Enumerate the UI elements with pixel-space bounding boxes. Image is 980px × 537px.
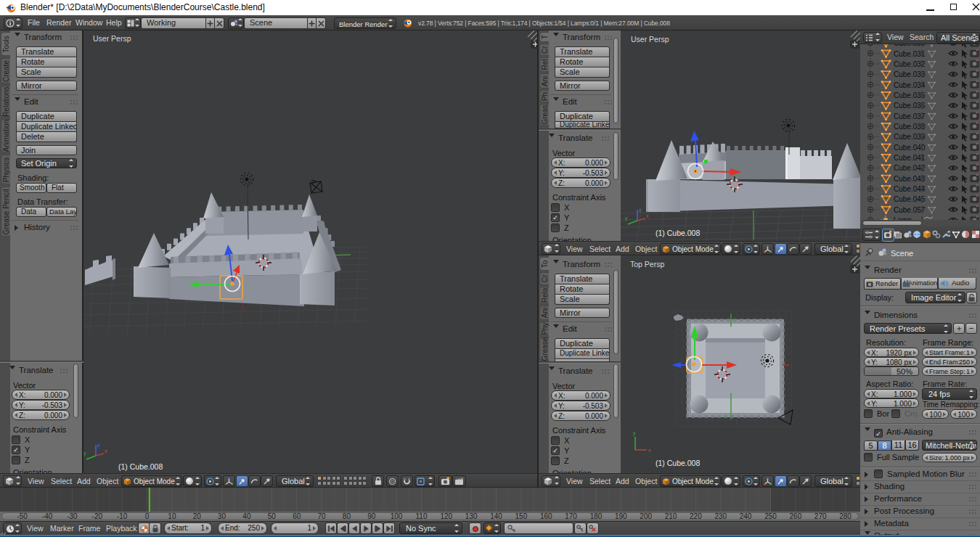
svg-text:110: 110	[416, 512, 428, 520]
svg-text:x: x	[105, 448, 107, 454]
svg-text:Cube.036: Cube.036	[894, 102, 926, 110]
svg-text:-40: -40	[42, 512, 53, 520]
svg-text:Cube.057: Cube.057	[894, 206, 926, 214]
svg-text:Cube.041: Cube.041	[894, 154, 926, 162]
svg-text:0: 0	[145, 512, 150, 520]
svg-text:Cube.035: Cube.035	[894, 91, 926, 99]
svg-text:230: 230	[714, 512, 727, 520]
svg-text:Cube.042: Cube.042	[894, 164, 926, 172]
svg-text:User Persp: User Persp	[631, 35, 669, 44]
svg-text:y: y	[633, 430, 636, 436]
svg-text:170: 170	[565, 512, 577, 520]
svg-text:-10: -10	[117, 512, 128, 520]
svg-text:50: 50	[268, 512, 277, 520]
svg-text:10: 10	[168, 512, 176, 520]
svg-text:140: 140	[490, 512, 502, 520]
svg-text:90: 90	[367, 512, 376, 520]
svg-text:y: y	[83, 451, 86, 456]
svg-text:Cube.030: Cube.030	[894, 44, 926, 47]
svg-text:Cube.039: Cube.039	[894, 133, 926, 141]
svg-text:Cube.038: Cube.038	[894, 123, 926, 131]
svg-text:Cube.044: Cube.044	[894, 185, 926, 193]
svg-text:Cube.037: Cube.037	[894, 112, 926, 120]
svg-text:z: z	[97, 443, 100, 448]
svg-text:Cube.032: Cube.032	[894, 60, 926, 68]
svg-text:Cube.034: Cube.034	[894, 81, 926, 89]
svg-text:240: 240	[740, 512, 752, 520]
svg-text:Cube.040: Cube.040	[894, 144, 926, 152]
svg-text:Cube.031: Cube.031	[894, 50, 926, 58]
svg-text:200: 200	[640, 512, 652, 520]
svg-text:-20: -20	[92, 512, 103, 520]
svg-text:210: 210	[665, 512, 677, 520]
svg-text:Cube.045: Cube.045	[894, 195, 926, 203]
svg-text:190: 190	[615, 512, 627, 520]
svg-text:80: 80	[343, 512, 351, 520]
svg-text:User Persp: User Persp	[93, 34, 131, 43]
svg-text:-50: -50	[17, 512, 28, 520]
svg-text:280: 280	[839, 512, 852, 520]
svg-text:100: 100	[391, 512, 403, 520]
svg-text:(1) Cube.008: (1) Cube.008	[118, 462, 163, 471]
svg-text:70: 70	[317, 512, 326, 520]
svg-text:150: 150	[515, 512, 528, 520]
svg-text:(1) Cube.008: (1) Cube.008	[656, 459, 700, 467]
svg-text:Top Persp: Top Persp	[630, 260, 664, 268]
svg-text:Cube.043: Cube.043	[894, 175, 926, 183]
svg-text:30: 30	[218, 512, 226, 520]
svg-text:y: y	[625, 216, 628, 221]
svg-text:z: z	[639, 208, 642, 213]
svg-text:160: 160	[540, 512, 552, 520]
svg-text:270: 270	[814, 512, 827, 520]
svg-text:20: 20	[193, 512, 202, 520]
svg-text:260: 260	[790, 512, 802, 520]
svg-text:x: x	[648, 448, 651, 453]
svg-text:x: x	[646, 213, 649, 218]
svg-text:250: 250	[764, 512, 777, 520]
svg-text:40: 40	[242, 512, 251, 520]
svg-text:220: 220	[690, 512, 702, 520]
svg-text:120: 120	[440, 512, 452, 520]
svg-text:Cube.033: Cube.033	[894, 70, 926, 78]
svg-text:(1) Cube.008: (1) Cube.008	[656, 229, 700, 237]
svg-text:130: 130	[465, 512, 478, 520]
svg-text:-30: -30	[67, 512, 78, 520]
svg-text:60: 60	[293, 512, 301, 520]
svg-text:180: 180	[590, 512, 603, 520]
